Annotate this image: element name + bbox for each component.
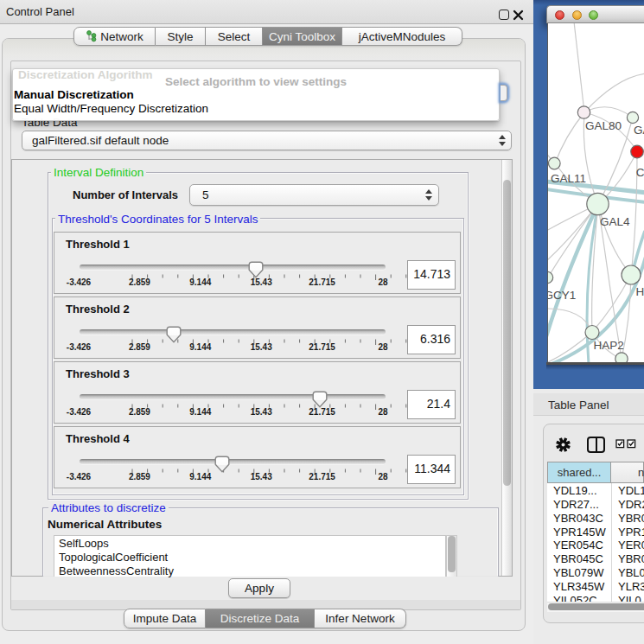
svg-text:CDC: CDC xyxy=(636,166,644,179)
svg-text:GAL80: GAL80 xyxy=(585,119,622,132)
svg-text:GAL7: GAL7 xyxy=(634,124,644,137)
svg-text:GAL11: GAL11 xyxy=(551,172,586,185)
svg-text:GCY1: GCY1 xyxy=(548,289,576,302)
svg-text:HIS: HIS xyxy=(636,285,644,298)
svg-text:HAP2: HAP2 xyxy=(594,339,624,352)
svg-text:GAL4: GAL4 xyxy=(600,215,630,228)
